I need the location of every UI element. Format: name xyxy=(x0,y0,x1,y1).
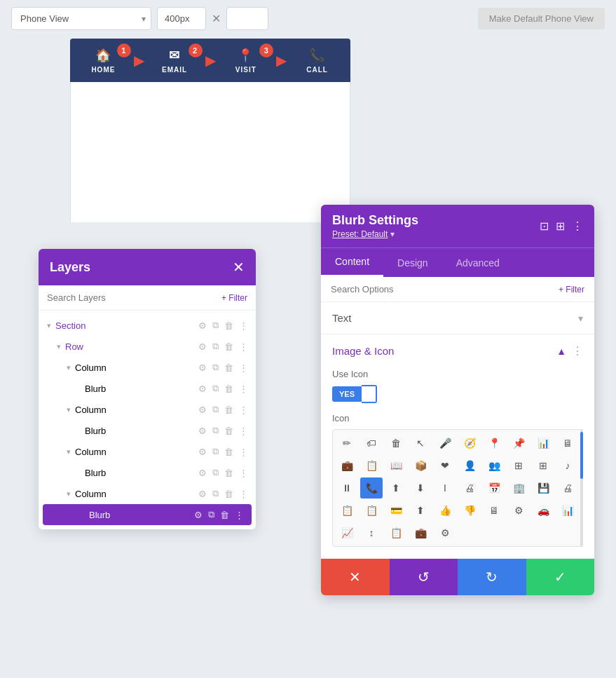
tree-delete-column-4[interactable]: 🗑 xyxy=(222,487,235,501)
nav-item-home[interactable]: 🏠 HOME 1 xyxy=(70,41,137,81)
nav-item-call[interactable]: 📞 CALL xyxy=(284,41,350,81)
icon-cell-heart[interactable]: ❤ xyxy=(434,455,456,476)
tree-delete-blurb-2[interactable]: 🗑 xyxy=(222,424,235,438)
layers-filter-button[interactable]: + Filter xyxy=(221,293,247,303)
layers-close-button[interactable]: ✕ xyxy=(233,259,245,276)
close-width-button[interactable]: ✕ xyxy=(209,11,224,27)
settings-grid-button[interactable]: ⊞ xyxy=(556,219,565,233)
icon-cell-users[interactable]: 👥 xyxy=(483,455,505,476)
icon-cell-pencil[interactable]: ✏ xyxy=(336,433,358,454)
icon-cell-text-cursor[interactable]: I xyxy=(434,477,456,499)
tree-delete-blurb-3[interactable]: 🗑 xyxy=(222,466,235,480)
save-button[interactable]: ✓ xyxy=(526,559,595,595)
redo-button[interactable]: ↻ xyxy=(458,559,526,595)
icon-cell-cursor[interactable]: ↖ xyxy=(409,433,432,454)
settings-section-text-header[interactable]: Text ▾ xyxy=(321,302,594,334)
tree-delete-column-1[interactable]: 🗑 xyxy=(222,361,235,374)
icon-cell-bag[interactable]: 💼 xyxy=(409,522,432,543)
tree-settings-column-3[interactable]: ⚙ xyxy=(196,445,209,459)
tree-item-column-2[interactable]: ▾ Column ⚙ ⧉ 🗑 ⋮ xyxy=(39,399,256,420)
tree-item-row[interactable]: ▾ Row ⚙ ⧉ 🗑 ⋮ xyxy=(39,336,256,357)
view-select[interactable]: Phone View xyxy=(11,7,151,30)
icon-cell-mic[interactable]: 🎤 xyxy=(434,433,456,454)
tree-settings-blurb-2[interactable]: ⚙ xyxy=(196,424,209,438)
icon-cell-chart2[interactable]: 📊 xyxy=(556,500,579,521)
tree-delete-row[interactable]: 🗑 xyxy=(222,340,235,353)
icon-cell-arrows[interactable]: ↕ xyxy=(360,522,383,543)
tree-settings-row[interactable]: ⚙ xyxy=(196,340,209,353)
settings-more-button[interactable]: ⋮ xyxy=(572,219,583,233)
tree-item-column-1[interactable]: ▾ Column ⚙ ⧉ 🗑 ⋮ xyxy=(39,357,256,378)
icon-cell-line-chart[interactable]: 📈 xyxy=(336,522,358,543)
icon-cell-screen[interactable]: 🖥 xyxy=(483,500,505,521)
tree-delete-section[interactable]: 🗑 xyxy=(222,319,235,332)
icon-cell-save[interactable]: 💾 xyxy=(532,477,554,499)
tree-item-blurb-4-active[interactable]: Blurb ⚙ ⧉ 🗑 ⋮ xyxy=(43,504,252,525)
tree-delete-blurb-4[interactable]: 🗑 xyxy=(218,508,231,522)
tree-settings-column-1[interactable]: ⚙ xyxy=(196,361,209,374)
icon-cell-apps[interactable]: ⊞ xyxy=(532,455,554,476)
icon-cell-doc[interactable]: 📋 xyxy=(336,500,358,521)
toggle-knob[interactable] xyxy=(362,385,377,403)
tree-item-blurb-3[interactable]: Blurb ⚙ ⧉ 🗑 ⋮ xyxy=(39,462,256,483)
tree-duplicate-blurb-3[interactable]: ⧉ xyxy=(210,466,221,480)
icon-cell-clipboard[interactable]: 📋 xyxy=(360,455,383,476)
icon-cell-compass[interactable]: 🧭 xyxy=(458,433,481,454)
icon-cell-thumbdown[interactable]: 👎 xyxy=(458,500,481,521)
tree-menu-blurb-4[interactable]: ⋮ xyxy=(233,508,246,522)
icon-cell-monitor[interactable]: 🖥 xyxy=(556,433,579,454)
icon-cell-printer[interactable]: 🖨 xyxy=(556,477,579,499)
tree-settings-section[interactable]: ⚙ xyxy=(196,319,209,332)
tree-menu-column-1[interactable]: ⋮ xyxy=(237,361,250,374)
tree-delete-blurb-1[interactable]: 🗑 xyxy=(222,382,235,395)
tree-menu-blurb-3[interactable]: ⋮ xyxy=(237,466,250,480)
tree-delete-column-2[interactable]: 🗑 xyxy=(222,403,235,416)
tree-settings-blurb-3[interactable]: ⚙ xyxy=(196,466,209,480)
tree-duplicate-blurb-2[interactable]: ⧉ xyxy=(210,423,221,438)
icon-cell-trash[interactable]: 🗑 xyxy=(385,433,407,454)
tree-item-column-3[interactable]: ▾ Column ⚙ ⧉ 🗑 ⋮ xyxy=(39,441,256,462)
tree-item-column-4[interactable]: ▾ Column ⚙ ⧉ 🗑 ⋮ xyxy=(39,483,256,504)
toggle-yes-button[interactable]: YES xyxy=(332,386,362,402)
tree-duplicate-column-3[interactable]: ⧉ xyxy=(210,445,221,459)
icon-cell-print[interactable]: 🖨 xyxy=(458,477,481,499)
section-image-menu-button[interactable]: ⋮ xyxy=(572,344,583,358)
icon-cell-bar-chart[interactable]: 📊 xyxy=(532,433,554,454)
tree-menu-row[interactable]: ⋮ xyxy=(237,340,250,353)
tree-duplicate-blurb-4[interactable]: ⧉ xyxy=(206,508,217,522)
tree-delete-column-3[interactable]: 🗑 xyxy=(222,445,235,459)
icon-cell-list[interactable]: 📋 xyxy=(385,522,407,543)
icon-cell-music[interactable]: ♪ xyxy=(556,455,579,476)
icon-cell-pin[interactable]: 📍 xyxy=(483,433,505,454)
icon-cell-building[interactable]: 🏢 xyxy=(507,477,530,499)
tree-duplicate-column-2[interactable]: ⧉ xyxy=(210,402,221,416)
tree-menu-section[interactable]: ⋮ xyxy=(237,319,250,332)
settings-expand-button[interactable]: ⊡ xyxy=(540,219,549,233)
icon-cell-thumbup[interactable]: 👍 xyxy=(434,500,456,521)
tree-menu-blurb-1[interactable]: ⋮ xyxy=(237,382,250,395)
icon-cell-gear[interactable]: ⚙ xyxy=(507,500,530,521)
icon-cell-tag[interactable]: 🏷 xyxy=(360,433,383,454)
icon-cell-grid[interactable]: ⊞ xyxy=(507,455,530,476)
layers-search-input[interactable] xyxy=(47,292,216,303)
icon-cell-download[interactable]: ⬇ xyxy=(409,477,432,499)
tab-content[interactable]: Content xyxy=(321,248,383,277)
icon-cell-book[interactable]: 📖 xyxy=(385,455,407,476)
icon-cell-up2[interactable]: ⬆ xyxy=(409,500,432,521)
tree-settings-blurb-4[interactable]: ⚙ xyxy=(192,508,205,522)
tree-duplicate-row[interactable]: ⧉ xyxy=(210,339,221,353)
icon-cell-card[interactable]: 💳 xyxy=(385,500,407,521)
make-default-button[interactable]: Make Default Phone View xyxy=(478,8,605,29)
icon-cell-pause[interactable]: ⏸ xyxy=(336,477,358,499)
tree-menu-column-3[interactable]: ⋮ xyxy=(237,445,250,459)
tree-duplicate-column-4[interactable]: ⧉ xyxy=(210,487,221,501)
cancel-button[interactable]: ✕ xyxy=(321,559,390,595)
settings-section-image-header[interactable]: Image & Icon ▲ ⋮ xyxy=(321,334,594,363)
settings-filter-button[interactable]: + Filter xyxy=(559,285,584,294)
extra-width-input[interactable] xyxy=(226,7,268,30)
icon-cell-car[interactable]: 🚗 xyxy=(532,500,554,521)
icon-cell-pushpin[interactable]: 📌 xyxy=(507,433,530,454)
icon-cell-phone-selected[interactable]: 📞 xyxy=(360,477,383,499)
icon-cell-calendar[interactable]: 📅 xyxy=(483,477,505,499)
icon-cell-doc2[interactable]: 📋 xyxy=(360,500,383,521)
